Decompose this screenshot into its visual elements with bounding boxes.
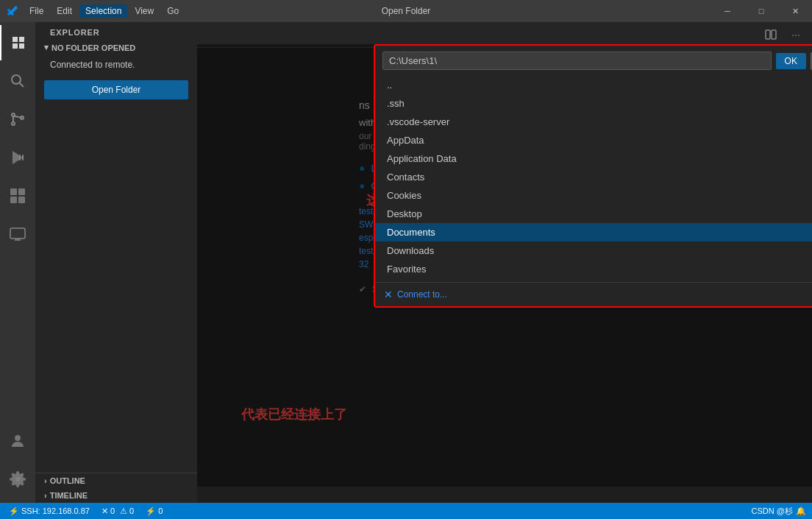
- connected-message: Connected to remote.: [35, 55, 197, 74]
- dialog-list-item[interactable]: Cookies: [375, 186, 812, 205]
- dialog-list-item[interactable]: Favorites: [375, 260, 812, 278]
- activity-source-control[interactable]: [0, 102, 35, 137]
- sidebar-header: EXPLORER: [35, 22, 197, 40]
- dialog-list-item[interactable]: .ssh: [375, 94, 812, 113]
- statusbar-right: CSDN @杉 🔔: [752, 506, 806, 517]
- window-title: Open Folder: [382, 6, 431, 16]
- statusbar: ⚡ SSH: 192.168.0.87 ✕ 0 ⚠ 0 ⚡ 0 CSDN @杉 …: [0, 503, 812, 519]
- svg-line-1: [20, 83, 24, 88]
- sidebar-no-folder-label: NO FOLDER OPENED: [51, 43, 135, 52]
- dialog-ok-button[interactable]: OK: [776, 53, 806, 69]
- titlebar: File Edit Selection View Go Open Folder …: [0, 0, 812, 22]
- chevron-right-icon-timeline: ›: [44, 491, 47, 500]
- main-layout: EXPLORER ▾ NO FOLDER OPENED Connected to…: [0, 22, 812, 503]
- app-icon: [6, 4, 19, 18]
- editor-area: ··· ns with VS Code our editor, learn th…: [197, 22, 812, 503]
- menu-selection[interactable]: Selection: [79, 4, 127, 18]
- activity-account[interactable]: [0, 423, 35, 459]
- dialog-list-item[interactable]: Desktop: [375, 205, 812, 223]
- svg-point-15: [15, 435, 21, 441]
- svg-rect-17: [772, 30, 776, 39]
- info-count: 0: [158, 506, 163, 515]
- dialog-list-item-selected[interactable]: Documents: [375, 223, 812, 241]
- svg-point-0: [12, 75, 21, 84]
- svg-point-3: [12, 122, 15, 125]
- warning-count: 0: [129, 506, 134, 515]
- split-editor-button[interactable]: [761, 24, 781, 45]
- dialog-list-item[interactable]: .vscode-server: [375, 113, 812, 131]
- remote-icon: ⚡: [9, 506, 19, 516]
- svg-rect-6: [19, 155, 21, 160]
- outline-label: OUTLINE: [50, 476, 85, 485]
- minimize-button[interactable]: ─: [710, 0, 744, 22]
- menu-edit[interactable]: Edit: [51, 4, 78, 18]
- activity-search[interactable]: [0, 63, 35, 99]
- dialog-list-item[interactable]: Contacts: [375, 168, 812, 186]
- menu-file[interactable]: File: [24, 4, 49, 18]
- svg-rect-10: [10, 197, 17, 203]
- activity-settings[interactable]: [0, 462, 35, 497]
- folder-path-input[interactable]: [382, 52, 772, 70]
- chevron-right-icon: ›: [44, 476, 47, 485]
- statusbar-ssh[interactable]: ⚡ SSH: 192.168.0.87: [6, 503, 93, 519]
- timeline-label: TIMELINE: [50, 491, 88, 500]
- open-folder-dialog: OK Show Local .. .ssh .vscode-server App…: [374, 44, 812, 308]
- sidebar: EXPLORER ▾ NO FOLDER OPENED Connected to…: [35, 22, 197, 503]
- csdn-label: CSDN @杉: [752, 506, 793, 517]
- menu-view[interactable]: View: [129, 4, 160, 18]
- sidebar-timeline[interactable]: › TIMELINE: [35, 488, 197, 503]
- info-icon: ⚡: [146, 506, 156, 516]
- dialog-connect-to-link[interactable]: ✕ Connect to...: [375, 282, 812, 306]
- activity-remote[interactable]: [0, 216, 35, 252]
- svg-rect-8: [10, 188, 17, 195]
- maximize-button[interactable]: □: [744, 0, 778, 22]
- svg-rect-16: [766, 30, 770, 39]
- statusbar-info[interactable]: ⚡ 0: [143, 503, 165, 519]
- open-folder-button[interactable]: Open Folder: [44, 80, 188, 99]
- connect-icon: ✕: [384, 289, 393, 300]
- sidebar-no-folder[interactable]: ▾ NO FOLDER OPENED: [35, 40, 197, 55]
- dialog-folder-list: .. .ssh .vscode-server AppData Applicati…: [375, 76, 812, 282]
- window-controls: ─ □ ✕: [710, 0, 812, 22]
- sidebar-bottom: › OUTLINE › TIMELINE: [35, 473, 197, 503]
- activity-bar-bottom: [0, 423, 35, 497]
- svg-marker-5: [13, 151, 23, 164]
- more-actions-button[interactable]: ···: [786, 24, 806, 45]
- connect-to-label: Connect to...: [397, 289, 447, 300]
- modal-overlay: OK Show Local .. .ssh .vscode-server App…: [197, 44, 812, 487]
- statusbar-errors[interactable]: ✕ 0 ⚠ 0: [99, 503, 137, 519]
- dialog-list-item[interactable]: AppData: [375, 131, 812, 149]
- svg-rect-9: [18, 188, 25, 195]
- warning-icon: ⚠: [120, 506, 127, 516]
- dialog-list-item[interactable]: Downloads: [375, 241, 812, 260]
- activity-explorer[interactable]: [0, 25, 35, 60]
- sidebar-outline[interactable]: › OUTLINE: [35, 473, 197, 488]
- menu-go[interactable]: Go: [161, 4, 185, 18]
- svg-rect-12: [10, 228, 25, 239]
- svg-rect-11: [18, 197, 25, 203]
- ssh-label: SSH: 192.168.0.87: [21, 506, 90, 515]
- dialog-list-item[interactable]: ..: [375, 76, 812, 94]
- error-icon: ✕: [102, 506, 108, 516]
- bell-icon: 🔔: [796, 506, 806, 516]
- menu-bar: File Edit Selection View Go: [24, 4, 185, 18]
- close-button[interactable]: ✕: [778, 0, 812, 22]
- activity-extensions[interactable]: [0, 178, 35, 213]
- error-count: 0: [110, 506, 115, 515]
- dialog-list-item[interactable]: Application Data: [375, 149, 812, 168]
- activity-bar: [0, 22, 35, 503]
- svg-rect-7: [22, 155, 24, 160]
- chevron-down-icon: ▾: [44, 43, 49, 52]
- dialog-input-row: OK Show Local: [375, 46, 812, 76]
- activity-run[interactable]: [0, 140, 35, 175]
